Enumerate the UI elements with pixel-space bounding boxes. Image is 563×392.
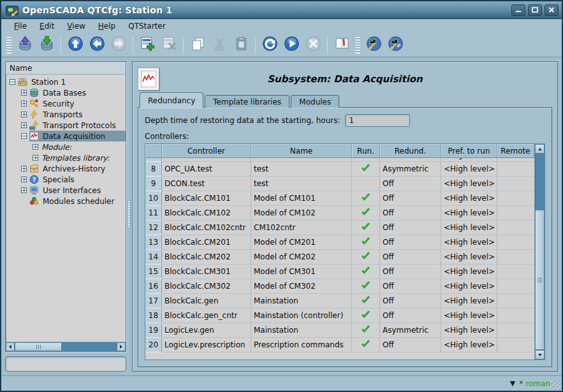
cell-controller[interactable]: DCON.test [162, 177, 251, 191]
column-header-pref-to-run[interactable]: Pref. to run [441, 144, 497, 158]
cell-controller[interactable]: BlockCalc.gen_cntr [162, 309, 251, 323]
cell-controller[interactable]: BlockCalc.CM301 [162, 265, 251, 279]
cell-pref-to-run[interactable]: <High level> [441, 309, 497, 323]
cell-run[interactable] [352, 162, 380, 177]
cell-name[interactable]: Mainstation [251, 323, 352, 338]
qtstarter-config-button[interactable] [364, 36, 383, 55]
cell-pref-to-run[interactable]: <High level> [441, 294, 497, 309]
cell-remote[interactable] [497, 177, 534, 191]
cell-run[interactable] [352, 265, 380, 279]
splitter-handle[interactable] [127, 200, 131, 228]
scroll-right-button[interactable] [117, 342, 126, 351]
tree-item-security[interactable]: +Security [6, 98, 126, 109]
cell-remote[interactable] [497, 250, 534, 265]
cell-run[interactable] [352, 250, 380, 265]
cell-controller[interactable]: LogicLev.prescription [162, 338, 251, 352]
save-button[interactable] [37, 36, 56, 55]
cell-run[interactable] [352, 279, 380, 294]
table-row[interactable]: 16BlockCalc.CM302Model of CM302Off<High … [145, 279, 534, 294]
tray-triangle-icon[interactable]: ▼ [510, 379, 515, 388]
cell-redundancy[interactable]: Off [380, 221, 441, 235]
tree-horizontal-scrollbar[interactable] [6, 342, 126, 351]
toolbar-grip[interactable] [355, 37, 360, 54]
resize-grip[interactable] [551, 380, 561, 390]
cell-pref-to-run[interactable]: <High level> [441, 265, 497, 279]
cell-remote[interactable] [497, 235, 534, 250]
cell-pref-to-run[interactable]: <High level> [441, 235, 497, 250]
cell-controller[interactable]: BlockCalc.CM101 [162, 191, 251, 206]
menu-file[interactable]: File [8, 20, 33, 32]
cell-name[interactable]: Mainstation [251, 294, 352, 309]
expand-box[interactable]: + [21, 122, 27, 128]
cell-name[interactable]: Model of CM202 [251, 250, 352, 265]
cell-remote[interactable] [497, 265, 534, 279]
scrollbar-track[interactable] [535, 154, 545, 210]
cell-run[interactable] [352, 309, 380, 323]
cell-remote[interactable] [497, 191, 534, 206]
tab-modules[interactable]: Modules [291, 95, 339, 108]
back-button[interactable] [87, 36, 106, 55]
menu-view[interactable]: View [61, 20, 91, 32]
copy-button[interactable] [188, 36, 207, 55]
menu-qtstarter[interactable]: QTStarter [122, 20, 172, 32]
tree-item-user-interfaces[interactable]: +User Interfaces [6, 185, 126, 196]
scrollbar-track[interactable] [62, 342, 117, 351]
table-row[interactable]: 14BlockCalc.CM202Model of CM202Off<High … [145, 250, 534, 265]
cell-run[interactable] [352, 191, 380, 206]
column-header-name[interactable]: Name [251, 144, 352, 158]
cell-name[interactable]: Model of CM302 [251, 279, 352, 294]
cell-pref-to-run[interactable]: <High level> [441, 206, 497, 221]
cell-pref-to-run[interactable]: <High level> [441, 221, 497, 235]
expand-box[interactable]: + [21, 187, 27, 193]
qtstarter-tools-button[interactable] [386, 36, 405, 55]
cell-name[interactable]: test [251, 162, 352, 177]
cell-run[interactable] [352, 235, 380, 250]
cell-redundancy[interactable]: Off [380, 235, 441, 250]
cell-name[interactable]: Prescription commands [251, 338, 352, 352]
cell-remote[interactable] [497, 162, 534, 177]
cell-run[interactable] [352, 206, 380, 221]
scroll-down-button[interactable] [535, 350, 545, 359]
expand-box[interactable]: + [33, 155, 38, 161]
column-header-controller[interactable]: Controller [162, 144, 251, 158]
table-row[interactable]: 12BlockCalc.CM102cntrCM102cntrOff<High l… [145, 221, 534, 235]
cell-remote[interactable] [497, 294, 534, 309]
tree-item-modules-scheduler[interactable]: Modules scheduler [6, 196, 126, 207]
expand-box[interactable]: + [21, 177, 27, 182]
cell-redundancy[interactable]: Asymmetric [380, 323, 441, 338]
table-row[interactable]: 13BlockCalc.CM201Model of CM201Off<High … [145, 235, 534, 250]
expand-box[interactable]: + [21, 112, 27, 117]
cell-run[interactable] [352, 294, 380, 309]
table-row[interactable]: 19LogicLev.genMainstationAsymmetric<High… [145, 323, 534, 338]
table-row[interactable]: 17BlockCalc.genMainstationOff<High level… [145, 294, 534, 309]
cell-redundancy[interactable]: Off [380, 294, 441, 309]
load-button[interactable] [15, 36, 34, 55]
cell-remote[interactable] [497, 206, 534, 221]
start-button[interactable] [282, 36, 301, 55]
cell-controller[interactable]: OPC_UA.test [162, 162, 251, 177]
cell-pref-to-run[interactable]: <High level> [441, 323, 497, 338]
depth-time-input[interactable] [345, 114, 410, 127]
cell-remote[interactable] [497, 309, 534, 323]
table-row[interactable]: 15BlockCalc.CM301Model of CM301Off<High … [145, 265, 534, 279]
tree-item-module[interactable]: +Module: [6, 142, 126, 152]
up-button[interactable] [66, 36, 85, 55]
panel-splitter[interactable] [126, 61, 132, 372]
cell-redundancy[interactable]: Off [380, 338, 441, 352]
cell-name[interactable]: Model of CM101 [251, 191, 352, 206]
cell-pref-to-run[interactable]: <High level> [441, 250, 497, 265]
tree-item-templates-library[interactable]: +Templates library: [6, 152, 126, 163]
close-button[interactable] [545, 4, 559, 16]
expand-box[interactable]: + [33, 144, 38, 150]
cell-controller[interactable]: BlockCalc.gen [162, 294, 251, 309]
tree-item-station-1[interactable]: −Station 1 [6, 76, 126, 87]
cell-name[interactable]: Model of CM102 [251, 206, 352, 221]
table-header-row[interactable]: ControllerNameRun.Redund.Pref. to runRem… [145, 144, 534, 158]
refresh-button[interactable] [260, 36, 279, 55]
cell-redundancy[interactable]: Asymmetric [380, 162, 441, 177]
manual-button[interactable] [332, 36, 351, 55]
tab-redundancy[interactable]: Redundancy [140, 92, 203, 108]
expand-box[interactable]: + [21, 166, 27, 171]
cell-redundancy[interactable]: Off [380, 265, 441, 279]
cell-run[interactable] [352, 323, 380, 338]
